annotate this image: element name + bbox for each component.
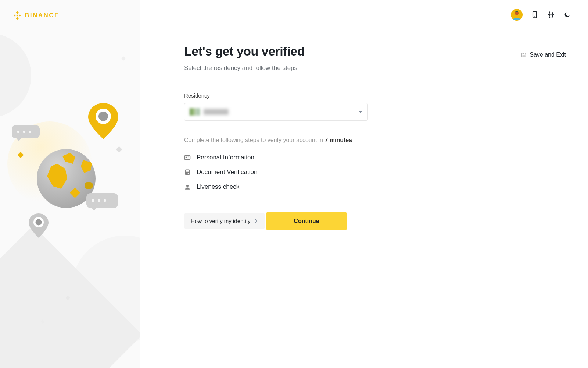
mobile-icon[interactable] [531,11,539,19]
svg-rect-24 [186,172,189,173]
page-subtitle: Select the residency and follow the step… [184,64,368,72]
svg-point-26 [186,185,189,187]
svg-rect-0 [16,14,18,16]
svg-rect-17 [523,55,525,57]
country-flag-icon [190,108,200,116]
svg-rect-13 [534,17,535,17]
svg-rect-19 [186,157,187,158]
residency-select[interactable] [184,103,368,121]
residency-label: Residency [184,92,368,99]
save-exit-label: Save and Exit [530,52,566,58]
step-label: Personal Information [197,154,254,161]
step-document-verification: Document Verification [184,169,368,176]
location-pin-icon [29,213,49,238]
header-actions [511,9,571,21]
chevron-down-icon [359,111,362,113]
howto-label: How to verify my identity [191,218,251,224]
continue-button[interactable]: Continue [266,212,347,230]
svg-rect-11 [516,11,518,13]
decor-circle [0,33,31,118]
user-avatar[interactable] [511,9,523,21]
step-liveness-check: Liveness check [184,183,368,191]
svg-rect-3 [14,14,15,16]
person-icon [184,184,191,190]
svg-rect-23 [186,171,189,171]
svg-rect-4 [19,14,21,16]
svg-rect-14 [548,14,549,15]
decor-diamond [121,56,125,60]
onboarding-sidebar: BINANCE [0,0,140,368]
dark-mode-icon[interactable] [563,11,571,19]
id-card-icon [184,154,191,161]
svg-rect-25 [186,173,188,174]
location-pin-icon [88,103,118,140]
document-icon [184,169,191,176]
brand-name: BINANCE [25,12,60,19]
svg-rect-16 [523,53,524,54]
save-icon [521,52,527,58]
svg-point-8 [36,219,42,226]
speech-bubble-icon [86,193,118,208]
chevron-right-icon [254,219,258,223]
brand-logo[interactable]: BINANCE [13,11,60,20]
save-and-exit-button[interactable]: Save and Exit [521,52,566,58]
globe-language-icon[interactable] [547,11,555,19]
svg-rect-20 [188,157,190,157]
svg-rect-15 [552,14,554,15]
residency-value-redacted [204,109,229,115]
svg-point-6 [98,112,108,121]
binance-logo-icon [13,11,22,20]
estimate-text: Complete the following steps to verify y… [184,137,368,144]
verification-steps-list: Personal Information Document Verificati… [184,154,368,191]
main-content: Save and Exit Let's get you verified Sel… [140,0,588,368]
globe-illustration [4,110,129,258]
page-title: Let's get you verified [184,44,368,59]
step-label: Liveness check [197,183,239,191]
how-to-verify-button[interactable]: How to verify my identity [184,213,265,229]
step-label: Document Verification [197,169,257,176]
svg-rect-21 [188,158,190,158]
step-personal-information: Personal Information [184,154,368,161]
speech-bubble-icon [12,125,40,138]
